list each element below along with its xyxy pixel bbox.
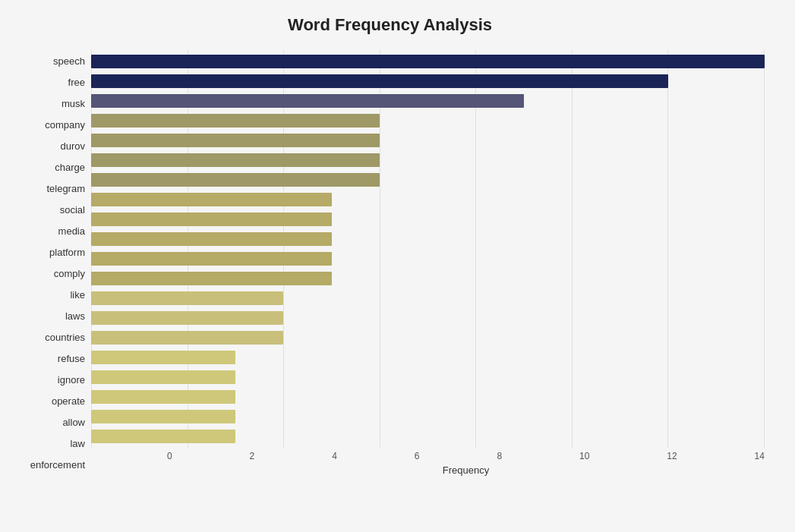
bar-row-like bbox=[91, 270, 765, 287]
y-axis-labels: speechfreemuskcompanydurovchargetelegram… bbox=[15, 50, 91, 476]
chart-container: Word Frequency Analysis speechfreemuskco… bbox=[0, 0, 795, 532]
bar-platform bbox=[91, 232, 332, 246]
x-tick-12: 12 bbox=[667, 451, 677, 461]
bar-row-law bbox=[91, 408, 765, 425]
bar-row-social bbox=[91, 191, 765, 208]
bar-free bbox=[91, 74, 668, 88]
x-tick-4: 4 bbox=[332, 451, 337, 461]
x-tick-8: 8 bbox=[497, 451, 502, 461]
bar-row-telegram bbox=[91, 172, 765, 188]
bar-row-charge bbox=[91, 152, 765, 168]
y-label-musk: musk bbox=[62, 99, 85, 109]
bottom-section: 02468101214 Frequency bbox=[167, 448, 765, 476]
x-tick-0: 0 bbox=[167, 451, 172, 461]
bar-row-musk bbox=[91, 93, 765, 109]
y-label-comply: comply bbox=[54, 269, 85, 279]
y-label-laws: laws bbox=[65, 311, 85, 321]
bar-row-laws bbox=[91, 290, 765, 307]
bar-company bbox=[91, 114, 380, 127]
bar-row-enforcement bbox=[91, 428, 765, 445]
bar-row-countries bbox=[91, 310, 765, 326]
y-label-operate: operate bbox=[52, 396, 85, 406]
bar-musk bbox=[91, 94, 524, 108]
bar-comply bbox=[91, 252, 332, 266]
y-label-allow: allow bbox=[62, 417, 85, 427]
bar-row-ignore bbox=[91, 349, 765, 366]
y-label-countries: countries bbox=[45, 332, 85, 342]
y-label-durov: durov bbox=[60, 141, 85, 151]
bar-operate bbox=[91, 370, 235, 384]
y-label-like: like bbox=[70, 290, 85, 300]
y-label-enforcement: enforcement bbox=[30, 460, 85, 470]
bars-wrapper bbox=[91, 50, 765, 448]
bar-speech bbox=[91, 55, 765, 68]
bar-row-media bbox=[91, 211, 765, 228]
y-label-platform: platform bbox=[49, 247, 85, 257]
x-axis: 02468101214 bbox=[167, 451, 765, 461]
bar-row-free bbox=[91, 73, 765, 90]
grid-and-bars bbox=[91, 50, 765, 448]
bar-row-platform bbox=[91, 231, 765, 247]
bar-laws bbox=[91, 291, 283, 305]
bar-charge bbox=[91, 153, 380, 167]
bar-row-speech bbox=[91, 53, 765, 70]
y-label-law: law bbox=[70, 439, 85, 449]
bar-social bbox=[91, 193, 332, 206]
y-label-telegram: telegram bbox=[46, 184, 85, 194]
bar-row-refuse bbox=[91, 329, 765, 346]
bar-row-operate bbox=[91, 369, 765, 386]
bar-row-company bbox=[91, 112, 765, 129]
y-label-media: media bbox=[58, 226, 85, 236]
bars-and-grid: 02468101214 Frequency bbox=[91, 50, 765, 476]
bar-row-allow bbox=[91, 389, 765, 405]
y-label-ignore: ignore bbox=[58, 375, 85, 385]
y-label-charge: charge bbox=[55, 162, 85, 172]
y-label-speech: speech bbox=[53, 56, 85, 66]
bar-like bbox=[91, 272, 332, 285]
x-tick-10: 10 bbox=[579, 451, 589, 461]
x-axis-title: Frequency bbox=[167, 464, 765, 476]
chart-title: Word Frequency Analysis bbox=[15, 15, 765, 35]
bar-row-durov bbox=[91, 132, 765, 149]
chart-area: speechfreemuskcompanydurovchargetelegram… bbox=[15, 50, 765, 476]
y-label-free: free bbox=[68, 77, 85, 87]
bar-row-comply bbox=[91, 250, 765, 267]
bar-telegram bbox=[91, 173, 380, 187]
x-tick-6: 6 bbox=[415, 451, 420, 461]
x-tick-2: 2 bbox=[250, 451, 255, 461]
bar-law bbox=[91, 410, 235, 423]
y-label-social: social bbox=[60, 205, 85, 215]
bar-enforcement bbox=[91, 430, 235, 443]
y-label-company: company bbox=[45, 120, 85, 130]
x-tick-14: 14 bbox=[755, 451, 765, 461]
bar-ignore bbox=[91, 351, 235, 364]
bar-media bbox=[91, 212, 332, 226]
bar-refuse bbox=[91, 331, 283, 345]
bar-allow bbox=[91, 390, 235, 404]
bar-countries bbox=[91, 311, 283, 325]
y-label-refuse: refuse bbox=[58, 354, 85, 364]
bar-durov bbox=[91, 134, 380, 147]
